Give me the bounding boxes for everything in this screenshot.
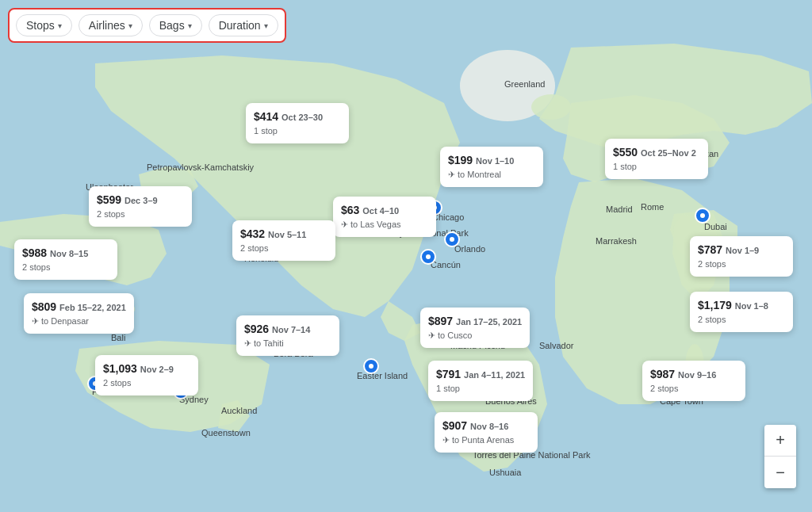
- card-dest: to Las Vegas: [341, 219, 428, 231]
- city-label-madrid: Madrid: [606, 204, 633, 214]
- dot-orlando[interactable]: [444, 231, 460, 247]
- card-dates: Nov 8–16: [470, 422, 508, 431]
- duration-filter-button[interactable]: Duration ▾: [209, 14, 278, 36]
- zoom-controls: + −: [764, 425, 796, 488]
- card-price: $987 Nov 9–16: [650, 367, 737, 383]
- card-dates: Jan 17–25, 2021: [456, 317, 522, 327]
- city-label-orlando: Orlando: [454, 244, 485, 254]
- city-label-salvador: Salvador: [539, 341, 573, 350]
- price-card-anchorage[interactable]: $414 Oct 23–30 1 stop: [246, 103, 349, 143]
- price-card-montreal[interactable]: $199 Nov 1–10 to Montreal: [440, 147, 543, 187]
- card-price: $988 Nov 8–15: [22, 246, 109, 262]
- price-card-perth[interactable]: $1,093 Nov 2–9 2 stops: [95, 355, 198, 395]
- city-label-queenstown: Queenstown: [201, 428, 251, 437]
- city-label-marrakesh: Marrakesh: [596, 236, 637, 246]
- city-label-rome: Rome: [641, 202, 664, 212]
- bags-filter-button[interactable]: Bags ▾: [149, 14, 202, 36]
- card-dates: Nov 1–9: [726, 246, 759, 255]
- card-dates: Oct 25–Nov 2: [641, 148, 696, 158]
- price-card-honolulu[interactable]: $432 Nov 5–11 2 stops: [232, 220, 335, 261]
- card-price: $787 Nov 1–9: [698, 243, 785, 258]
- card-dates: Nov 7–14: [272, 325, 310, 334]
- dot-dubai[interactable]: [695, 208, 710, 224]
- city-label-greenland: Greenland: [504, 79, 545, 89]
- card-price: $907 Nov 8–16: [442, 418, 530, 434]
- card-price: $809 Feb 15–22, 2021: [32, 300, 126, 315]
- price-card-las-vegas[interactable]: $63 Oct 4–10 to Las Vegas: [333, 197, 436, 237]
- card-stops: 1 stop: [254, 125, 341, 137]
- city-label-easter-island: Easter Island: [357, 371, 408, 380]
- city-label-dubai: Dubai: [704, 222, 727, 231]
- card-dest: to Punta Arenas: [442, 434, 530, 446]
- card-price: $550 Oct 25–Nov 2: [613, 145, 700, 161]
- stops-label: Stops: [26, 19, 55, 32]
- price-card-bangkok[interactable]: $988 Nov 8–15 2 stops: [14, 239, 117, 280]
- zoom-in-button[interactable]: +: [764, 425, 796, 457]
- card-stops: 1 stop: [613, 161, 700, 173]
- card-stops: 2 stops: [103, 377, 190, 389]
- price-card-rio[interactable]: $791 Jan 4–11, 2021 1 stop: [428, 361, 533, 401]
- price-card-tahiti[interactable]: $926 Nov 7–14 to Tahiti: [236, 315, 339, 356]
- card-price: $414 Oct 23–30: [254, 109, 341, 125]
- city-label-petropavlovsk-kamchatskiy: Petropavlovsk-Kamchatskiy: [147, 162, 254, 172]
- card-stops: 2 stops: [650, 383, 737, 395]
- airlines-filter-button[interactable]: Airlines ▾: [79, 14, 143, 36]
- stops-filter-button[interactable]: Stops ▾: [16, 14, 72, 36]
- plane-icon: [442, 434, 450, 446]
- card-dates: Nov 9–16: [678, 370, 716, 380]
- card-dest: to Montreal: [448, 169, 535, 181]
- plane-icon: [428, 330, 435, 342]
- dot-cancun[interactable]: [420, 249, 436, 265]
- card-stops: 2 stops: [97, 208, 184, 220]
- city-label-ushuaia: Ushuaia: [489, 468, 521, 477]
- card-dates: Nov 5–11: [268, 230, 306, 239]
- card-price: $199 Nov 1–10: [448, 153, 535, 169]
- zoom-out-button[interactable]: −: [764, 457, 796, 488]
- price-card-denpasar[interactable]: $809 Feb 15–22, 2021 to Denpasar: [24, 293, 134, 334]
- card-price: $63 Oct 4–10: [341, 203, 428, 219]
- city-label-auckland: Auckland: [221, 406, 257, 415]
- price-card-punta-arenas[interactable]: $907 Nov 8–16 to Punta Arenas: [435, 412, 538, 453]
- card-stops: 1 stop: [436, 383, 525, 395]
- price-card-dubai[interactable]: $787 Nov 1–9 2 stops: [690, 236, 793, 277]
- card-price: $1,179 Nov 1–8: [698, 298, 785, 314]
- card-price: $1,093 Nov 2–9: [103, 361, 190, 377]
- card-stops: 2 stops: [698, 258, 785, 270]
- card-price: $791 Jan 4–11, 2021: [436, 367, 525, 383]
- card-dates: Nov 2–9: [140, 365, 174, 374]
- card-dest: to Cusco: [428, 330, 522, 342]
- card-price: $599 Dec 3–9: [97, 193, 184, 208]
- card-dates: Oct 4–10: [362, 206, 399, 216]
- airlines-chevron-icon: ▾: [128, 21, 132, 30]
- card-stops: 2 stops: [22, 262, 109, 273]
- price-card-cusco[interactable]: $897 Jan 17–25, 2021 to Cusco: [420, 308, 530, 348]
- city-label-bali: Bali: [111, 333, 125, 342]
- bags-label: Bags: [159, 19, 185, 32]
- plane-icon: [448, 169, 455, 181]
- card-price: $432 Nov 5–11: [240, 227, 327, 243]
- card-dates: Dec 3–9: [124, 196, 158, 205]
- price-card-mahe[interactable]: $1,179 Nov 1–8 2 stops: [690, 292, 793, 332]
- map-container: Stops ▾ Airlines ▾ Bags ▾ Duration ▾ $41…: [0, 0, 812, 512]
- card-dest: to Tahiti: [244, 338, 331, 350]
- card-stops: 2 stops: [698, 314, 785, 326]
- dot-easter-island[interactable]: [363, 358, 379, 374]
- duration-label: Duration: [219, 19, 261, 32]
- price-card-johannesburg[interactable]: $987 Nov 9–16 2 stops: [642, 361, 745, 401]
- airlines-label: Airlines: [89, 19, 125, 32]
- price-card-amsterdam[interactable]: $550 Oct 25–Nov 2 1 stop: [605, 139, 708, 179]
- duration-chevron-icon: ▾: [264, 21, 268, 30]
- filter-bar: Stops ▾ Airlines ▾ Bags ▾ Duration ▾: [8, 8, 286, 43]
- plane-icon: [32, 315, 39, 327]
- svg-point-2: [531, 94, 571, 120]
- plane-icon: [341, 219, 348, 231]
- card-dest: to Denpasar: [32, 315, 126, 327]
- card-price: $926 Nov 7–14: [244, 322, 331, 338]
- card-price: $897 Jan 17–25, 2021: [428, 314, 522, 330]
- price-card-tokyo[interactable]: $599 Dec 3–9 2 stops: [89, 186, 192, 227]
- stops-chevron-icon: ▾: [58, 21, 62, 30]
- plane-icon: [244, 338, 251, 350]
- card-dates: Nov 1–10: [476, 156, 514, 166]
- card-dates: Nov 8–15: [50, 249, 88, 258]
- city-label-cancún: Cancún: [431, 260, 461, 269]
